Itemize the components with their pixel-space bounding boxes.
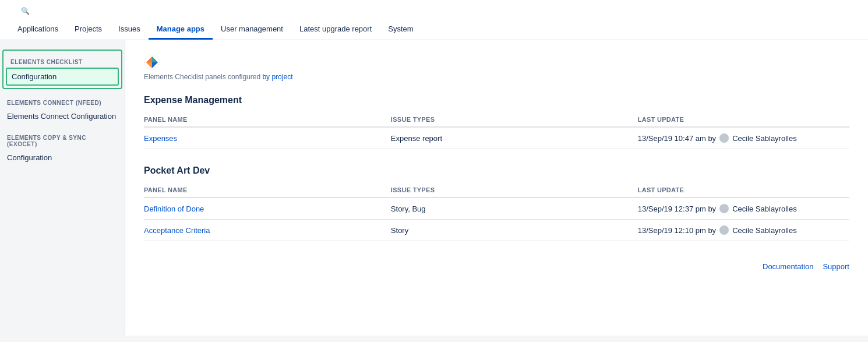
search-icon: 🔍 bbox=[21, 7, 30, 15]
nav-tab-issues[interactable]: Issues bbox=[110, 20, 149, 40]
last-update-cell: 13/Sep/19 12:10 pm by Cecile Sablayrolle… bbox=[638, 220, 849, 241]
col-header-last-update: Last update bbox=[638, 183, 849, 198]
panel-name-link[interactable]: Definition of Done bbox=[144, 205, 204, 213]
search-jira-admin[interactable]: 🔍 bbox=[21, 7, 32, 15]
table-row: Definition of DoneStory, Bug13/Sep/19 12… bbox=[144, 198, 849, 220]
avatar bbox=[719, 225, 729, 235]
panel-name-link[interactable]: Acceptance Criteria bbox=[144, 226, 210, 235]
ec-logo-icon bbox=[144, 54, 160, 70]
avatar bbox=[719, 204, 729, 213]
sidebar-section-label: ELEMENTS CONNECT (NFEED) bbox=[0, 94, 125, 108]
ec-header bbox=[144, 54, 849, 70]
issue-types-cell: Expense report bbox=[391, 127, 638, 149]
nav-tab-projects[interactable]: Projects bbox=[66, 20, 110, 40]
col-header-last-update: Last update bbox=[638, 112, 849, 127]
panel-table: Panel nameIssue typesLast updateDefiniti… bbox=[144, 183, 849, 241]
nav-tab-system[interactable]: System bbox=[380, 20, 421, 40]
panel-table: Panel nameIssue typesLast updateExpenses… bbox=[144, 112, 849, 149]
sidebar-section-elements-copy-&-sync-(exocet): ELEMENTS COPY & SYNC (EXOCET)Configurati… bbox=[0, 129, 125, 165]
by-project-link[interactable]: by project bbox=[262, 73, 292, 81]
sidebar-item-configuration[interactable]: Configuration bbox=[6, 68, 119, 86]
nav-tab-user-management[interactable]: User management bbox=[213, 20, 291, 40]
project-section-expense-management: Expense ManagementPanel nameIssue typesL… bbox=[144, 95, 849, 149]
sidebar-item-configuration[interactable]: Configuration bbox=[0, 150, 125, 165]
footer-link-support[interactable]: Support bbox=[823, 262, 849, 271]
sidebar-section-elements-checklist: ELEMENTS CHECKLISTConfiguration bbox=[2, 50, 122, 89]
nav-tab-manage-apps[interactable]: Manage apps bbox=[149, 20, 213, 40]
col-header-issue-types: Issue types bbox=[391, 112, 638, 127]
sidebar: ELEMENTS CHECKLISTConfigurationELEMENTS … bbox=[0, 40, 125, 336]
sections-container: Expense ManagementPanel nameIssue typesL… bbox=[144, 95, 849, 241]
issue-types-cell: Story, Bug bbox=[391, 198, 638, 220]
top-header: 🔍 ApplicationsProjectsIssuesManage appsU… bbox=[0, 0, 868, 40]
panel-name-link[interactable]: Expenses bbox=[144, 134, 177, 143]
issue-types-cell: Story bbox=[391, 220, 638, 241]
col-header-panel-name: Panel name bbox=[144, 112, 391, 127]
col-header-panel-name: Panel name bbox=[144, 183, 391, 198]
sidebar-section-label: ELEMENTS CHECKLIST bbox=[3, 53, 121, 68]
project-section-pocket-art-dev: Pocket Art DevPanel nameIssue typesLast … bbox=[144, 165, 849, 241]
last-update-cell: 13/Sep/19 10:47 am by Cecile Sablayrolle… bbox=[638, 127, 849, 149]
main-nav: ApplicationsProjectsIssuesManage appsUse… bbox=[9, 20, 859, 40]
footer-links: DocumentationSupport bbox=[144, 258, 849, 271]
nav-tab-latest-upgrade-report[interactable]: Latest upgrade report bbox=[291, 20, 380, 40]
section-title: Expense Management bbox=[144, 95, 849, 105]
nav-tab-applications[interactable]: Applications bbox=[9, 20, 66, 40]
main-content: Elements Checklist panels configured by … bbox=[125, 40, 868, 336]
avatar bbox=[719, 133, 729, 143]
page-layout: ELEMENTS CHECKLISTConfigurationELEMENTS … bbox=[0, 40, 868, 336]
last-update-cell: 13/Sep/19 12:37 pm by Cecile Sablayrolle… bbox=[638, 198, 849, 220]
sidebar-section-label: ELEMENTS COPY & SYNC (EXOCET) bbox=[0, 129, 125, 150]
sidebar-section-elements-connect-(nfeed): ELEMENTS CONNECT (NFEED)Elements Connect… bbox=[0, 94, 125, 124]
col-header-issue-types: Issue types bbox=[391, 183, 638, 198]
footer-link-documentation[interactable]: Documentation bbox=[763, 262, 813, 271]
section-title: Pocket Art Dev bbox=[144, 165, 849, 176]
sidebar-item-elements-connect-configuration[interactable]: Elements Connect Configuration bbox=[0, 108, 125, 124]
table-row: ExpensesExpense report13/Sep/19 10:47 am… bbox=[144, 127, 849, 149]
ec-subtitle: Elements Checklist panels configured by … bbox=[144, 73, 849, 81]
table-row: Acceptance CriteriaStory13/Sep/19 12:10 … bbox=[144, 220, 849, 241]
